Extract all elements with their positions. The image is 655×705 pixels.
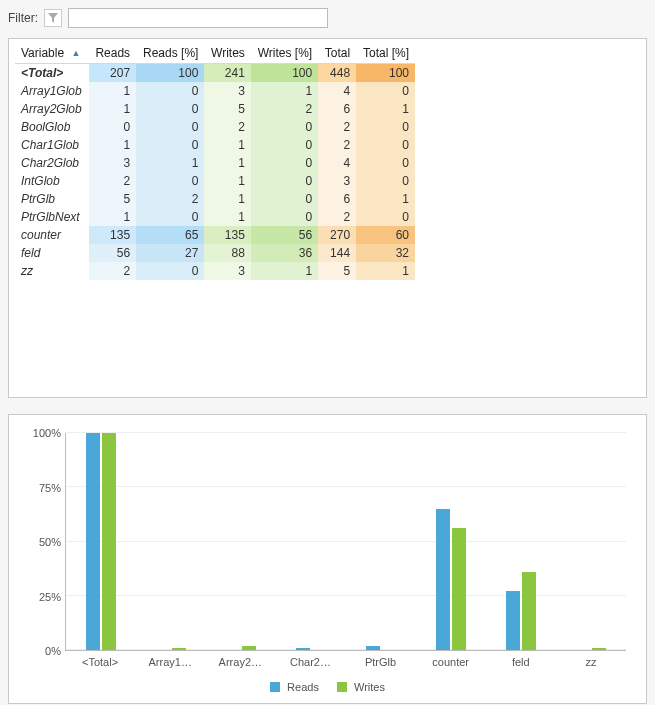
cell-total: 4 [318, 82, 356, 100]
cell-writes: 1 [204, 208, 250, 226]
cell-reads_pct: 0 [136, 262, 204, 280]
table-row[interactable]: counter135651355627060 [15, 226, 415, 244]
col-total[interactable]: Total [318, 43, 356, 64]
cell-reads: 2 [89, 262, 136, 280]
cell-reads: 1 [89, 136, 136, 154]
cell-total_pct: 100 [356, 64, 415, 83]
cell-name: Char1Glob [15, 136, 89, 154]
table-row[interactable]: IntGlob201030 [15, 172, 415, 190]
cell-name: Array1Glob [15, 82, 89, 100]
table-row[interactable]: BoolGlob002020 [15, 118, 415, 136]
cell-writes: 2 [204, 118, 250, 136]
cell-writes: 5 [204, 100, 250, 118]
x-tick-label: Array2… [205, 653, 275, 673]
legend-writes-swatch [337, 682, 347, 692]
cell-writes: 1 [204, 154, 250, 172]
cell-reads: 5 [89, 190, 136, 208]
bar-reads [296, 648, 310, 650]
cell-total: 270 [318, 226, 356, 244]
y-tick-label: 75% [19, 482, 61, 494]
cell-writes_pct: 2 [251, 100, 318, 118]
x-tick-label: Char2… [275, 653, 345, 673]
cell-name: Char2Glob [15, 154, 89, 172]
x-tick-label: counter [416, 653, 486, 673]
cell-reads: 0 [89, 118, 136, 136]
cell-writes_pct: 0 [251, 136, 318, 154]
legend-writes-label: Writes [354, 681, 385, 693]
filter-input[interactable] [68, 8, 328, 28]
table-row[interactable]: Array1Glob103140 [15, 82, 415, 100]
filter-label: Filter: [8, 11, 38, 25]
bar-group [206, 433, 276, 650]
cell-name: PtrGlb [15, 190, 89, 208]
bar-group [66, 433, 136, 650]
cell-writes_pct: 1 [251, 262, 318, 280]
cell-writes_pct: 0 [251, 154, 318, 172]
col-variable[interactable]: Variable ▲ [15, 43, 89, 64]
chart-panel: 0%25%50%75%100% <Total>Array1…Array2…Cha… [8, 414, 647, 704]
cell-total_pct: 0 [356, 208, 415, 226]
cell-writes_pct: 56 [251, 226, 318, 244]
cell-reads: 3 [89, 154, 136, 172]
table-row[interactable]: Array2Glob105261 [15, 100, 415, 118]
table-row[interactable]: Char1Glob101020 [15, 136, 415, 154]
table-row[interactable]: <Total>207100241100448100 [15, 64, 415, 83]
table-header-row: Variable ▲ Reads Reads [%] Writes Writes… [15, 43, 415, 64]
x-tick-label: feld [486, 653, 556, 673]
cell-writes: 1 [204, 190, 250, 208]
cell-writes_pct: 100 [251, 64, 318, 83]
col-writes-pct[interactable]: Writes [%] [251, 43, 318, 64]
cell-total: 4 [318, 154, 356, 172]
x-tick-label: PtrGlb [346, 653, 416, 673]
table-panel: Variable ▲ Reads Reads [%] Writes Writes… [8, 38, 647, 398]
cell-writes: 88 [204, 244, 250, 262]
bar-reads [366, 646, 380, 650]
cell-writes: 241 [204, 64, 250, 83]
cell-total: 6 [318, 190, 356, 208]
funnel-icon[interactable] [44, 9, 62, 27]
cell-reads: 2 [89, 172, 136, 190]
cell-total: 144 [318, 244, 356, 262]
table-row[interactable]: zz203151 [15, 262, 415, 280]
legend-writes: Writes [337, 681, 385, 693]
bar-reads [506, 591, 520, 650]
table-row[interactable]: Char2Glob311040 [15, 154, 415, 172]
cell-name: IntGlob [15, 172, 89, 190]
y-tick-label: 25% [19, 591, 61, 603]
cell-total_pct: 1 [356, 262, 415, 280]
col-writes[interactable]: Writes [204, 43, 250, 64]
col-variable-label: Variable [21, 46, 64, 60]
bar-writes [522, 572, 536, 650]
cell-total_pct: 1 [356, 190, 415, 208]
bar-group [556, 433, 626, 650]
x-tick-label: zz [556, 653, 626, 673]
cell-total_pct: 1 [356, 100, 415, 118]
cell-writes: 1 [204, 136, 250, 154]
col-reads-pct[interactable]: Reads [%] [136, 43, 204, 64]
cell-writes_pct: 36 [251, 244, 318, 262]
bar-writes [172, 648, 186, 650]
chart-legend: Reads Writes [19, 673, 636, 695]
cell-total: 448 [318, 64, 356, 83]
cell-reads_pct: 0 [136, 100, 204, 118]
table-row[interactable]: feld5627883614432 [15, 244, 415, 262]
legend-reads: Reads [270, 681, 319, 693]
cell-reads: 1 [89, 100, 136, 118]
col-total-pct[interactable]: Total [%] [356, 43, 415, 64]
cell-name: counter [15, 226, 89, 244]
cell-writes: 3 [204, 262, 250, 280]
cell-name: PtrGlbNext [15, 208, 89, 226]
cell-writes_pct: 1 [251, 82, 318, 100]
cell-total: 3 [318, 172, 356, 190]
cell-reads: 207 [89, 64, 136, 83]
bar-group [486, 433, 556, 650]
y-tick-label: 0% [19, 645, 61, 657]
cell-total_pct: 60 [356, 226, 415, 244]
col-reads[interactable]: Reads [89, 43, 136, 64]
sort-asc-icon: ▲ [71, 48, 80, 58]
table-row[interactable]: PtrGlbNext101020 [15, 208, 415, 226]
table-row[interactable]: PtrGlb521061 [15, 190, 415, 208]
bar-writes [452, 528, 466, 650]
cell-total: 6 [318, 100, 356, 118]
cell-total: 2 [318, 208, 356, 226]
